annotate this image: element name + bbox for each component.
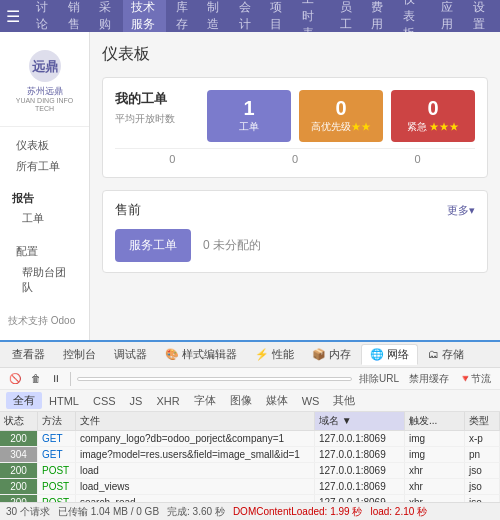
service-work-order-button[interactable]: 服务工单 [115, 229, 191, 262]
subtab-xhr[interactable]: XHR [149, 394, 186, 408]
dt-tab-network[interactable]: 🌐 网络 [361, 344, 418, 365]
work-order-left: 我的工单 平均开放时数 [115, 90, 195, 126]
dt-tab-storage[interactable]: 🗂 存储 [420, 345, 472, 364]
clear-log-button[interactable]: 🚫 [6, 372, 24, 385]
request-count: 30 个请求 [6, 505, 50, 519]
method-cell: POST [38, 479, 76, 494]
company-logo-icon: 远鼎 [27, 48, 63, 84]
stat-label-workorder: 工单 [215, 120, 283, 134]
disable-cache-btn[interactable]: 排除URL [356, 371, 402, 387]
sidebar: 远鼎 苏州远鼎 YUAN DING INFO TECH 仪表板 所有工单 报告 … [0, 32, 90, 340]
table-row[interactable]: 200 POST search_read 127.0.0.1:8069 xhr … [0, 495, 500, 502]
sidebar-item-all-orders[interactable]: 所有工单 [8, 156, 81, 177]
method-cell: GET [38, 431, 76, 446]
domain-cell: 127.0.0.1:8069 [315, 447, 405, 462]
subtab-all[interactable]: 全有 [6, 392, 42, 409]
devtools-tabs: 查看器 控制台 调试器 🎨 样式编辑器 ⚡ 性能 📦 内存 🌐 网络 🗂 存储 [0, 342, 500, 368]
file-cell: image?model=res.users&field=image_small&… [76, 447, 315, 462]
table-row[interactable]: 200 POST load 127.0.0.1:8069 xhr jso [0, 463, 500, 479]
subtab-js[interactable]: JS [123, 394, 150, 408]
subtab-css[interactable]: CSS [86, 394, 123, 408]
stat-number-workorder: 1 [215, 98, 283, 118]
sidebar-item-dashboard[interactable]: 仪表板 [8, 135, 81, 156]
sidebar-config-section: 配置 帮助台团队 [0, 233, 89, 302]
trigger-cell: xhr [405, 463, 465, 478]
disable-throttle-btn[interactable]: 禁用缓存 [406, 371, 452, 387]
work-order-header: 我的工单 平均开放时数 1 工单 0 高优先级★★ 0 紧急 ★★★ [115, 90, 475, 142]
sidebar-main-section: 仪表板 所有工单 [0, 127, 89, 181]
hamburger-icon[interactable]: ☰ [6, 7, 20, 26]
type-cell: jso [465, 495, 500, 502]
stat-number-high: 0 [307, 98, 375, 118]
subtab-ws[interactable]: WS [295, 394, 327, 408]
sidebar-item-work-order[interactable]: 工单 [8, 208, 81, 229]
dt-tab-viewer[interactable]: 查看器 [4, 345, 53, 364]
status-cell: 304 [0, 447, 38, 462]
more-link[interactable]: 更多▾ [447, 203, 475, 218]
col-domain[interactable]: 域名 ▼ [315, 412, 405, 430]
method-cell: POST [38, 463, 76, 478]
sidebar-config-label: 配置 [8, 241, 81, 262]
complete-time: 完成: 3.60 秒 [167, 505, 225, 519]
stat-number-urgent: 0 [399, 98, 467, 118]
sidebar-item-help-team[interactable]: 帮助台团队 [8, 262, 81, 298]
filter-input[interactable] [77, 377, 352, 381]
sidebar-report-section: 报告 工单 [0, 181, 89, 233]
unassigned-text: 0 未分配的 [203, 237, 261, 254]
dt-tab-console[interactable]: 控制台 [55, 345, 104, 364]
method-cell: POST [38, 495, 76, 502]
subtab-media[interactable]: 媒体 [259, 392, 295, 409]
network-table-header: 状态 方法 文件 域名 ▼ 触发... 类型 [0, 412, 500, 431]
sales-section: 售前 更多▾ 服务工单 0 未分配的 [102, 190, 488, 273]
work-order-subtitle: 平均开放时数 [115, 112, 195, 126]
stat-sub-2: 0 [360, 153, 475, 165]
type-cell: jso [465, 479, 500, 494]
dt-tab-style-editor[interactable]: 🎨 样式编辑器 [157, 345, 245, 364]
file-cell: search_read [76, 495, 315, 502]
file-cell: load [76, 463, 315, 478]
work-order-title: 我的工单 [115, 90, 195, 108]
table-row[interactable]: 200 GET company_logo?db=odoo_porject&com… [0, 431, 500, 447]
dt-tab-performance[interactable]: ⚡ 性能 [247, 345, 302, 364]
toolbar-separator [70, 372, 71, 386]
transfer-size: 已传输 1.04 MB / 0 GB [58, 505, 159, 519]
clear-requests-button[interactable]: 🗑 [28, 372, 44, 385]
table-row[interactable]: 200 POST load_views 127.0.0.1:8069 xhr j… [0, 479, 500, 495]
stat-card-urgent[interactable]: 0 紧急 ★★★ [391, 90, 475, 142]
dt-tab-memory[interactable]: 📦 内存 [304, 345, 359, 364]
table-row[interactable]: 304 GET image?model=res.users&field=imag… [0, 447, 500, 463]
trigger-cell: xhr [405, 479, 465, 494]
network-table: 状态 方法 文件 域名 ▼ 触发... 类型 200 GET company_l… [0, 412, 500, 502]
stat-sub-0: 0 [115, 153, 230, 165]
type-cell: pn [465, 447, 500, 462]
svg-text:远鼎: 远鼎 [32, 59, 58, 74]
stat-card-workorder[interactable]: 1 工单 [207, 90, 291, 142]
method-cell: GET [38, 447, 76, 462]
col-trigger: 触发... [405, 412, 465, 430]
subtab-other[interactable]: 其他 [326, 392, 362, 409]
dt-tab-debugger[interactable]: 调试器 [106, 345, 155, 364]
col-status: 状态 [0, 412, 38, 430]
work-order-section: 我的工单 平均开放时数 1 工单 0 高优先级★★ 0 紧急 ★★★ [102, 77, 488, 178]
trigger-cell: img [405, 431, 465, 446]
devtools-footer: 30 个请求 已传输 1.04 MB / 0 GB 完成: 3.60 秒 DOM… [0, 502, 500, 520]
sales-title: 售前 [115, 201, 141, 219]
subtab-html[interactable]: HTML [42, 394, 86, 408]
status-cell: 200 [0, 479, 38, 494]
throttle-dropdown[interactable]: 🔻节流 [456, 371, 494, 387]
logo-text: 苏州远鼎 YUAN DING INFO TECH [6, 86, 83, 114]
type-cell: x-p [465, 431, 500, 446]
sidebar-report-label: 报告 [8, 189, 81, 208]
file-cell: company_logo?db=odoo_porject&company=1 [76, 431, 315, 446]
devtools-panel: 查看器 控制台 调试器 🎨 样式编辑器 ⚡ 性能 📦 内存 🌐 网络 🗂 存储 … [0, 340, 500, 520]
domain-cell: 127.0.0.1:8069 [315, 431, 405, 446]
devtools-toolbar: 🚫 🗑 ⏸ 排除URL 禁用缓存 🔻节流 [0, 368, 500, 390]
pause-button[interactable]: ⏸ [48, 372, 64, 385]
domain-cell: 127.0.0.1:8069 [315, 495, 405, 502]
file-cell: load_views [76, 479, 315, 494]
sales-header: 售前 更多▾ [115, 201, 475, 219]
subtab-font[interactable]: 字体 [187, 392, 223, 409]
subtab-image[interactable]: 图像 [223, 392, 259, 409]
stat-sub-1: 0 [238, 153, 353, 165]
stat-card-high-priority[interactable]: 0 高优先级★★ [299, 90, 383, 142]
